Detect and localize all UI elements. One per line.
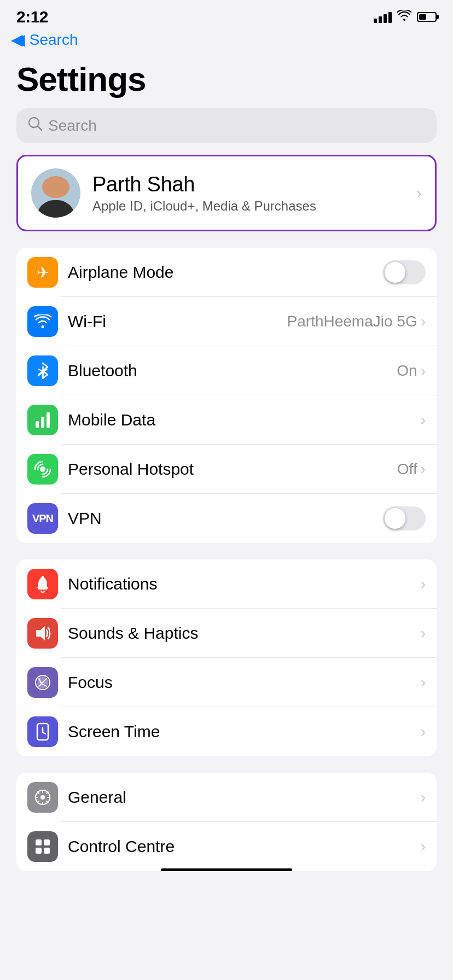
- svg-rect-12: [44, 839, 50, 845]
- svg-rect-13: [36, 848, 42, 854]
- personal-hotspot-row[interactable]: Personal Hotspot Off ›: [16, 445, 437, 494]
- notifications-row[interactable]: Notifications ›: [16, 559, 437, 609]
- status-icons: [374, 10, 437, 24]
- general-icon: [27, 782, 58, 813]
- sounds-haptics-chevron: ›: [421, 625, 426, 642]
- personal-hotspot-value: Off ›: [397, 460, 426, 478]
- vpn-icon: VPN: [27, 503, 58, 534]
- airplane-mode-icon: ✈: [27, 257, 58, 288]
- control-centre-icon: [27, 831, 58, 862]
- search-placeholder: Search: [48, 117, 97, 135]
- focus-chevron-icon: ›: [421, 674, 426, 691]
- bluetooth-label: Bluetooth: [68, 361, 387, 380]
- control-centre-chevron-icon: ›: [421, 838, 426, 855]
- mobile-data-chevron: ›: [421, 411, 426, 429]
- control-centre-row[interactable]: Control Centre ›: [16, 822, 437, 871]
- svg-point-5: [40, 466, 45, 472]
- svg-rect-11: [36, 839, 42, 845]
- search-icon: [27, 116, 43, 135]
- status-time: 2:12: [16, 8, 48, 26]
- wifi-row[interactable]: Wi-Fi ParthHeemaJio 5G ›: [16, 297, 437, 346]
- focus-row[interactable]: Focus ›: [16, 658, 437, 707]
- focus-label: Focus: [68, 673, 411, 692]
- mobile-data-row[interactable]: Mobile Data ›: [16, 395, 437, 445]
- sounds-haptics-row[interactable]: Sounds & Haptics ›: [16, 609, 437, 658]
- airplane-mode-row[interactable]: ✈ Airplane Mode: [16, 248, 437, 297]
- sounds-haptics-chevron-icon: ›: [421, 625, 426, 642]
- wifi-icon: [397, 10, 411, 24]
- mobile-data-icon: [27, 405, 58, 435]
- personal-hotspot-chevron-icon: ›: [421, 460, 426, 478]
- svg-line-1: [38, 126, 42, 130]
- control-centre-chevron: ›: [421, 838, 426, 855]
- notifications-icon: [27, 569, 58, 599]
- signal-icon: [374, 11, 392, 23]
- general-settings-group: General › Control Centre ›: [16, 773, 437, 871]
- general-row[interactable]: General ›: [16, 773, 437, 822]
- profile-subtitle: Apple ID, iCloud+, Media & Purchases: [92, 199, 404, 214]
- general-chevron: ›: [421, 789, 426, 806]
- personal-hotspot-label: Personal Hotspot: [68, 460, 387, 479]
- profile-card[interactable]: Parth Shah Apple ID, iCloud+, Media & Pu…: [16, 155, 437, 231]
- bluetooth-value: On ›: [397, 362, 426, 380]
- system-settings-group: Notifications › Sounds & Haptics ›: [16, 559, 437, 756]
- focus-chevron: ›: [421, 674, 426, 691]
- profile-chevron-icon: ›: [416, 184, 422, 202]
- battery-icon: [417, 12, 437, 22]
- search-container: Search: [0, 108, 453, 155]
- svg-point-6: [42, 576, 44, 578]
- network-settings-group: ✈ Airplane Mode Wi-Fi ParthHeemaJio 5G ›…: [16, 248, 437, 543]
- page-title: Settings: [0, 54, 453, 108]
- wifi-settings-icon: [27, 306, 58, 337]
- notifications-label: Notifications: [68, 575, 411, 593]
- screen-time-chevron: ›: [421, 723, 426, 740]
- profile-name: Parth Shah: [92, 173, 404, 196]
- bluetooth-row[interactable]: ∗ Bluetooth On ›: [16, 346, 437, 395]
- screen-time-label: Screen Time: [68, 722, 411, 741]
- wifi-chevron-icon: ›: [421, 313, 426, 330]
- search-bar[interactable]: Search: [16, 108, 437, 143]
- wifi-value: ParthHeemaJio 5G ›: [287, 313, 426, 330]
- mobile-data-label: Mobile Data: [68, 411, 411, 429]
- status-bar: 2:12: [0, 0, 453, 30]
- svg-rect-4: [47, 412, 50, 428]
- wifi-network-name: ParthHeemaJio 5G: [287, 313, 417, 330]
- wifi-label: Wi-Fi: [68, 312, 277, 331]
- svg-rect-2: [36, 421, 39, 428]
- personal-hotspot-icon: [27, 454, 58, 485]
- bluetooth-chevron-icon: ›: [421, 362, 426, 380]
- screen-time-row[interactable]: Screen Time ›: [16, 707, 437, 756]
- profile-info: Parth Shah Apple ID, iCloud+, Media & Pu…: [92, 173, 404, 214]
- notifications-chevron-icon: ›: [421, 575, 426, 593]
- general-chevron-icon: ›: [421, 789, 426, 806]
- personal-hotspot-status: Off: [397, 460, 417, 478]
- airplane-mode-toggle[interactable]: [383, 260, 426, 284]
- airplane-mode-label: Airplane Mode: [68, 263, 373, 282]
- back-nav[interactable]: ◀ ◀ Search: [0, 30, 453, 54]
- sounds-haptics-icon: [27, 618, 58, 649]
- focus-icon: [27, 667, 58, 698]
- svg-rect-14: [44, 848, 50, 854]
- sounds-haptics-label: Sounds & Haptics: [68, 624, 411, 643]
- svg-rect-3: [41, 417, 44, 428]
- vpn-row[interactable]: VPN VPN: [16, 494, 437, 543]
- back-label[interactable]: ◀ Search: [13, 31, 78, 49]
- vpn-label: VPN: [68, 509, 373, 528]
- general-label: General: [68, 788, 411, 807]
- bluetooth-icon: ∗: [27, 355, 58, 386]
- control-centre-label: Control Centre: [68, 837, 411, 856]
- svg-point-10: [40, 795, 45, 800]
- bluetooth-status: On: [397, 362, 417, 380]
- notifications-chevron: ›: [421, 575, 426, 593]
- avatar: [31, 168, 80, 218]
- screen-time-icon: [27, 716, 58, 747]
- mobile-data-chevron-icon: ›: [421, 411, 426, 429]
- screen-time-chevron-icon: ›: [421, 723, 426, 740]
- vpn-toggle[interactable]: [383, 506, 426, 530]
- svg-marker-7: [36, 626, 45, 640]
